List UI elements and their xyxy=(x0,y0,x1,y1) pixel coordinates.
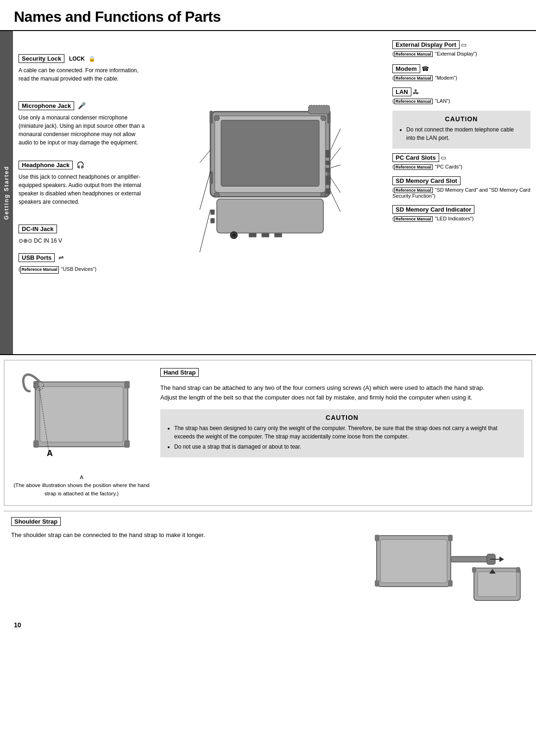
usb-ports-ref: (Reference Manual "USB Devices") xyxy=(19,265,147,274)
svg-point-22 xyxy=(321,115,326,120)
svg-rect-8 xyxy=(217,199,323,233)
caption-text: (The above illustration shows the positi… xyxy=(13,482,149,496)
svg-rect-55 xyxy=(516,567,520,573)
svg-rect-43 xyxy=(380,539,447,583)
svg-rect-54 xyxy=(472,567,476,573)
svg-rect-34 xyxy=(40,387,123,442)
caption-label: A xyxy=(80,475,83,480)
lock-icon: 🔒 xyxy=(88,56,95,62)
bottom-left: A A (The above illustration shows the po… xyxy=(12,368,151,498)
bottom-right: Hand Strap The hand strap can be attache… xyxy=(160,368,524,498)
external-display-icon: ▭ xyxy=(461,41,467,48)
security-lock-suffix: LOCK xyxy=(69,56,85,62)
microphone-jack-desc: Use only a monaural condenser microphone… xyxy=(19,113,147,147)
svg-rect-12 xyxy=(325,161,330,165)
sidebar-tab: Getting Started xyxy=(0,31,13,354)
external-display-port-block: External Display Port ▭ (Reference Manua… xyxy=(392,40,530,57)
sidebar-label: Getting Started xyxy=(3,162,10,224)
usb-ref-text: "USB Devices" xyxy=(61,266,95,272)
svg-point-23 xyxy=(214,192,219,197)
sd-card-ref: (Reference Manual "SD Memory Card" and "… xyxy=(392,187,530,199)
svg-rect-53 xyxy=(478,572,517,597)
svg-text:A: A xyxy=(47,449,53,458)
shoulder-strap-image xyxy=(363,517,525,611)
dc-in-label: DC-IN Jack xyxy=(19,225,57,233)
svg-rect-10 xyxy=(210,218,214,223)
pc-card-label: PC Card Slots xyxy=(392,153,439,162)
shoulder-illustration xyxy=(363,517,525,610)
bottom-section: A A (The above illustration shows the po… xyxy=(4,360,532,506)
left-annotations: Security Lock LOCK 🔒 A cable can be conn… xyxy=(13,31,152,354)
microphone-icon: 🎤 xyxy=(78,102,86,109)
svg-rect-14 xyxy=(325,175,330,185)
svg-rect-2 xyxy=(221,120,319,187)
page-header: Names and Functions of Parts xyxy=(0,0,536,31)
caution-strap-list: The strap has been designed to carry onl… xyxy=(167,424,517,451)
svg-rect-3 xyxy=(209,111,213,124)
sd-indicator-label: SD Memory Card Indicator xyxy=(392,205,474,214)
svg-rect-17 xyxy=(261,233,269,237)
svg-rect-44 xyxy=(375,535,379,541)
svg-rect-48 xyxy=(451,556,488,562)
security-lock-block: Security Lock LOCK 🔒 A cable can be conn… xyxy=(19,54,147,83)
headphone-jack-desc: Use this jack to connect headphones or a… xyxy=(19,173,147,206)
headphone-jack-block: Headphone Jack 🎧 Use this jack to connec… xyxy=(19,161,147,206)
shoulder-section: Shoulder Strap The shoulder strap can be… xyxy=(4,511,532,617)
svg-line-28 xyxy=(330,129,340,150)
modem-block: Modem ☎ (Reference Manual "Modem") xyxy=(392,64,530,81)
lan-block: LAN 🖧 (Reference Manual "LAN") xyxy=(392,87,530,104)
svg-rect-13 xyxy=(325,168,330,172)
pc-card-icon: ▭ xyxy=(441,154,446,161)
hand-strap-label: Hand Strap xyxy=(160,368,199,377)
usb-ports-block: USB Ports ⇌ (Reference Manual "USB Devic… xyxy=(19,253,147,274)
modem-ref: (Reference Manual "Modem") xyxy=(392,75,530,81)
svg-rect-16 xyxy=(249,233,257,237)
shoulder-text: Shoulder Strap The shoulder strap can be… xyxy=(11,517,353,540)
svg-rect-46 xyxy=(375,580,379,587)
top-section: Getting Started Security Lock LOCK 🔒 A c… xyxy=(0,31,536,355)
headphone-icon: 🎧 xyxy=(76,161,84,169)
svg-point-24 xyxy=(321,192,326,197)
caution-strap-item-1: The strap has been designed to carry onl… xyxy=(174,424,517,441)
pc-card-ref: (Reference Manual "PC Cards") xyxy=(392,164,530,170)
microphone-jack-label: Microphone Jack xyxy=(19,101,74,110)
modem-icon: ☎ xyxy=(422,65,429,72)
shoulder-strap-desc: The shoulder strap can be connected to t… xyxy=(11,531,353,540)
svg-line-25 xyxy=(200,150,210,163)
svg-rect-9 xyxy=(210,210,214,215)
center-image xyxy=(152,31,388,354)
svg-rect-15 xyxy=(325,188,330,194)
svg-line-31 xyxy=(330,178,340,193)
sd-indicator-ref-text: "LED Indicators" xyxy=(435,216,472,221)
lan-icon: 🖧 xyxy=(413,88,419,95)
svg-rect-37 xyxy=(33,440,39,448)
sd-indicator-block: SD Memory Card Indicator (Reference Manu… xyxy=(392,205,530,222)
svg-line-27 xyxy=(200,210,210,252)
svg-line-26 xyxy=(200,171,210,210)
svg-line-32 xyxy=(330,191,340,212)
page-title: Names and Functions of Parts xyxy=(14,8,522,25)
svg-point-21 xyxy=(214,115,219,120)
caution-strap-box: CAUTION The strap has been designed to c… xyxy=(160,409,524,457)
usb-ports-label: USB Ports xyxy=(19,253,55,262)
lan-ref: (Reference Manual "LAN") xyxy=(392,98,530,104)
svg-line-30 xyxy=(330,165,340,168)
dc-in-block: DC-IN Jack ⊙⊕⊙ DC IN 16 V xyxy=(19,225,147,245)
device-illustration xyxy=(191,86,349,299)
svg-rect-38 xyxy=(124,440,130,448)
sd-card-slot-block: SD Memory Card Slot (Reference Manual "S… xyxy=(392,176,530,199)
svg-rect-45 xyxy=(448,535,453,541)
lan-label: LAN xyxy=(392,87,411,96)
svg-rect-11 xyxy=(325,150,330,158)
microphone-jack-block: Microphone Jack 🎤 Use only a monaural co… xyxy=(19,101,147,147)
lan-ref-text: "LAN" xyxy=(435,98,448,104)
caution-lan-list: Do not connect the modem telephone cable… xyxy=(399,125,524,142)
dc-in-detail: ⊙⊕⊙ DC IN 16 V xyxy=(19,237,147,245)
right-annotations: External Display Port ▭ (Reference Manua… xyxy=(388,31,536,354)
sd-card-label: SD Memory Card Slot xyxy=(392,176,460,185)
svg-point-20 xyxy=(232,233,235,237)
modem-label: Modem xyxy=(392,64,420,73)
caution-strap-title: CAUTION xyxy=(167,414,517,421)
hand-strap-illustration: A xyxy=(21,368,142,470)
hand-strap-desc: The hand strap can be attached to any tw… xyxy=(160,383,524,403)
